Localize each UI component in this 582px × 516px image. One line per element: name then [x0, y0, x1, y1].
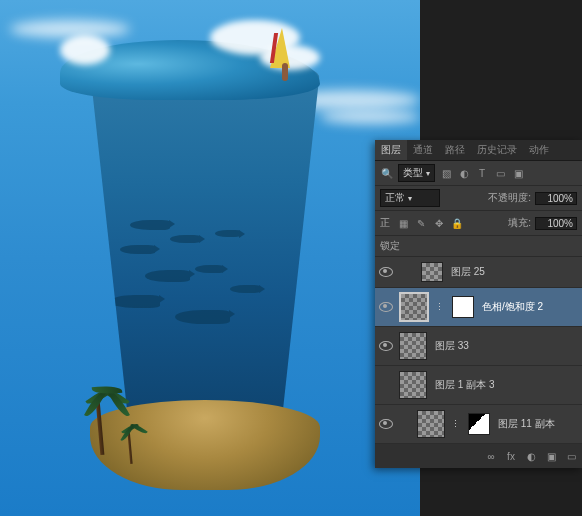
layer-name[interactable]: 色相/饱和度 2 [478, 300, 543, 314]
tab-layers[interactable]: 图层 [375, 140, 407, 160]
filter-image-icon[interactable]: ▧ [439, 166, 453, 180]
filter-text-icon[interactable]: T [475, 166, 489, 180]
lock-label: 锁定 [380, 239, 400, 253]
layer-thumbnail[interactable] [399, 332, 427, 360]
layer-mask[interactable] [468, 413, 490, 435]
layer-list: 图层 25 ⋮ 色相/饱和度 2 图层 33 图层 1 副本 3 ⋮ 图层 11… [375, 257, 582, 444]
layer-name[interactable]: 图层 1 副本 3 [431, 378, 494, 392]
layers-panel: 图层 通道 路径 历史记录 动作 🔍 类型 ▧ ◐ T ▭ ▣ 正常 不透明度:… [375, 140, 582, 468]
filter-type-dropdown[interactable]: 类型 [398, 164, 435, 182]
mask-link-icon[interactable]: ⋮ [449, 419, 462, 429]
tab-paths[interactable]: 路径 [439, 140, 471, 160]
tab-channels[interactable]: 通道 [407, 140, 439, 160]
opacity-input[interactable]: 100% [535, 192, 577, 205]
layer-thumbnail[interactable] [421, 262, 443, 282]
blend-mode-dropdown[interactable]: 正常 [380, 189, 440, 207]
visibility-toggle[interactable] [379, 267, 393, 277]
filter-shape-icon[interactable]: ▭ [493, 166, 507, 180]
group-icon[interactable]: ▭ [564, 449, 578, 463]
opacity-label: 不透明度: [488, 191, 531, 205]
panel-bottom-bar: ∞ fx ◐ ▣ ▭ [375, 444, 582, 468]
filter-smart-icon[interactable]: ▣ [511, 166, 525, 180]
visibility-toggle[interactable] [379, 341, 393, 351]
fill-label: 填充: [508, 216, 531, 230]
tab-history[interactable]: 历史记录 [471, 140, 523, 160]
mask-icon[interactable]: ◐ [524, 449, 538, 463]
visibility-toggle[interactable] [379, 302, 393, 312]
layer-filter-row: 🔍 类型 ▧ ◐ T ▭ ▣ [375, 161, 582, 186]
lock-sub-row: 锁定 [375, 236, 582, 257]
lock-move-icon[interactable]: ✥ [432, 216, 446, 230]
lock-label-trunc: 正 [380, 216, 392, 230]
layer-thumbnail[interactable] [399, 292, 429, 322]
layer-name[interactable]: 图层 25 [447, 265, 485, 279]
document-canvas[interactable] [0, 0, 420, 516]
lock-fill-row: 正 ▦ ✎ ✥ 🔒 填充: 100% [375, 211, 582, 236]
layer-row[interactable]: 图层 33 [375, 327, 582, 366]
fill-input[interactable]: 100% [535, 217, 577, 230]
layer-mask[interactable] [452, 296, 474, 318]
layer-row[interactable]: ⋮ 色相/饱和度 2 [375, 288, 582, 327]
layer-row[interactable]: ⋮ 图层 11 副本 [375, 405, 582, 444]
layer-thumbnail[interactable] [399, 371, 427, 399]
layer-row[interactable]: 图层 25 [375, 257, 582, 288]
visibility-toggle[interactable] [379, 419, 393, 429]
lock-brush-icon[interactable]: ✎ [414, 216, 428, 230]
blend-opacity-row: 正常 不透明度: 100% [375, 186, 582, 211]
link-layers-icon[interactable]: ∞ [484, 449, 498, 463]
layer-name[interactable]: 图层 33 [431, 339, 469, 353]
layer-name[interactable]: 图层 11 副本 [494, 417, 555, 431]
layer-row[interactable]: 图层 1 副本 3 [375, 366, 582, 405]
lock-all-icon[interactable]: 🔒 [450, 216, 464, 230]
search-icon: 🔍 [380, 166, 394, 180]
mask-link-icon[interactable]: ⋮ [433, 302, 446, 312]
lock-transparency-icon[interactable]: ▦ [396, 216, 410, 230]
layer-thumbnail[interactable] [417, 410, 445, 438]
panel-tabs: 图层 通道 路径 历史记录 动作 [375, 140, 582, 161]
artwork-palm-tree-small [112, 413, 148, 467]
tab-actions[interactable]: 动作 [523, 140, 555, 160]
artwork-windsurfer [260, 28, 310, 93]
fx-icon[interactable]: fx [504, 449, 518, 463]
filter-adjust-icon[interactable]: ◐ [457, 166, 471, 180]
adjustment-icon[interactable]: ▣ [544, 449, 558, 463]
